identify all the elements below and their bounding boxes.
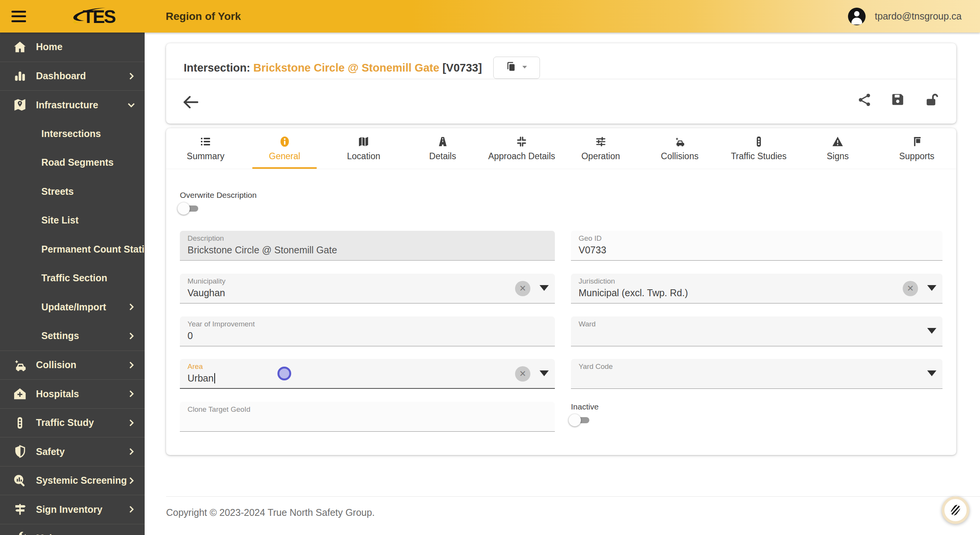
tab-approach-details[interactable]: Approach Details bbox=[482, 128, 561, 169]
dropdown-caret-icon[interactable] bbox=[540, 370, 549, 376]
car-crash-icon bbox=[673, 135, 686, 148]
copy-icon bbox=[505, 61, 517, 74]
chevron-right-icon bbox=[126, 504, 136, 514]
sidebar-item-infrastructure[interactable]: Infrastructure bbox=[0, 90, 145, 119]
sidebar-item-label: Intersections bbox=[41, 128, 101, 139]
jurisdiction-field[interactable]: Jurisdiction Municipal (excl. Twp. Rd.) … bbox=[571, 274, 942, 303]
tab-details[interactable]: Details bbox=[403, 128, 483, 169]
text-cursor bbox=[214, 373, 215, 383]
chevron-right-icon bbox=[126, 302, 136, 312]
info-icon bbox=[279, 135, 291, 148]
back-button[interactable] bbox=[181, 93, 200, 111]
copy-button[interactable] bbox=[493, 57, 540, 79]
sidebar-item-dashboard[interactable]: Dashboard bbox=[0, 62, 145, 91]
save-button[interactable] bbox=[890, 92, 906, 108]
sidebar-item-label: Systemic Screening bbox=[36, 475, 127, 486]
sidebar-item-systemic-screening[interactable]: Systemic Screening bbox=[0, 466, 145, 495]
tab-supports[interactable]: Supports bbox=[877, 128, 957, 169]
tab-signs[interactable]: Signs bbox=[798, 128, 877, 169]
map-pin-icon bbox=[12, 97, 28, 113]
sign-support-icon bbox=[911, 135, 923, 148]
dropdown-caret-icon[interactable] bbox=[927, 285, 936, 291]
tab-bar: Summary General Location bbox=[166, 128, 956, 169]
chevron-down-icon bbox=[126, 100, 136, 110]
sidebar-item-intersections[interactable]: Intersections bbox=[0, 119, 145, 148]
car-crash-icon bbox=[12, 357, 28, 373]
intersection-name: Brickstone Circle @ Stonemill Gate bbox=[253, 62, 439, 74]
tab-operation[interactable]: Operation bbox=[561, 128, 641, 169]
overwrite-description-toggle[interactable] bbox=[178, 202, 201, 215]
copyright-text: Copyright © 2023-2024 True North Safety … bbox=[166, 507, 375, 518]
sidebar-item-streets[interactable]: Streets bbox=[0, 177, 145, 206]
clear-icon[interactable]: ✕ bbox=[515, 366, 530, 382]
clone-target-geoid-field[interactable]: Clone Target GeoId bbox=[180, 402, 555, 432]
traffic-light-icon bbox=[12, 415, 28, 431]
sidebar-item-sign-inventory[interactable]: Sign Inventory bbox=[0, 495, 145, 524]
wrench-icon bbox=[12, 531, 28, 535]
user-avatar-icon[interactable] bbox=[848, 8, 866, 25]
sidebar-item-collision[interactable]: Collision bbox=[0, 351, 145, 380]
sidebar-item-site-list[interactable]: Site List bbox=[0, 206, 145, 235]
page-title: Region of York bbox=[166, 10, 241, 23]
clear-icon[interactable]: ✕ bbox=[515, 281, 530, 296]
sidebar-item-permanent-count-station[interactable]: Permanent Count Station bbox=[0, 235, 145, 264]
assistant-fab-button[interactable] bbox=[942, 496, 969, 524]
geo-id-field[interactable]: Geo ID V0733 bbox=[571, 231, 942, 261]
clear-icon[interactable]: ✕ bbox=[903, 281, 918, 296]
chevron-right-icon bbox=[126, 418, 136, 428]
area-field[interactable]: Area Urban ✕ bbox=[180, 359, 555, 389]
overwrite-description-label: Overwrite Description bbox=[180, 191, 257, 200]
tab-location[interactable]: Location bbox=[324, 128, 403, 169]
municipality-field[interactable]: Municipality Vaughan ✕ bbox=[180, 274, 555, 303]
chevron-right-icon bbox=[126, 476, 136, 486]
sidebar-item-home[interactable]: Home bbox=[0, 33, 145, 62]
list-icon bbox=[199, 135, 212, 148]
sidebar-item-traffic-section[interactable]: Traffic Section bbox=[0, 264, 145, 293]
chevron-right-icon bbox=[126, 71, 136, 81]
share-button[interactable] bbox=[857, 92, 872, 108]
footer-divider bbox=[166, 496, 980, 497]
inactive-toggle[interactable] bbox=[569, 414, 592, 427]
intersection-approaches-icon bbox=[515, 135, 528, 148]
sidebar-item-settings[interactable]: Settings bbox=[0, 321, 145, 351]
sidebar-item-label: Settings bbox=[41, 330, 79, 341]
hamburger-menu-icon[interactable] bbox=[11, 11, 26, 22]
tab-collisions[interactable]: Collisions bbox=[640, 128, 719, 169]
sidebar-item-label: Streets bbox=[41, 186, 74, 197]
sidebar-item-label: Road Segments bbox=[41, 157, 114, 168]
home-icon bbox=[12, 39, 28, 55]
main-content: Intersection: Brickstone Circle @ Stonem… bbox=[145, 33, 980, 535]
sidebar-item-label: Maintenance bbox=[36, 533, 94, 535]
sidebar-item-label: Update/Import bbox=[41, 302, 106, 313]
magnifier-chart-icon bbox=[12, 473, 28, 488]
signpost-icon bbox=[12, 502, 28, 517]
shield-icon bbox=[12, 444, 28, 459]
dropdown-caret-icon[interactable] bbox=[540, 285, 549, 291]
chevron-right-icon bbox=[126, 389, 136, 399]
intersection-title: Intersection: Brickstone Circle @ Stonem… bbox=[184, 62, 482, 74]
sidebar-item-safety[interactable]: Safety bbox=[0, 437, 145, 466]
sidebar-item-traffic-study[interactable]: Traffic Study bbox=[0, 408, 145, 437]
top-header: TES Region of York tpardo@tnsgroup.ca bbox=[0, 0, 980, 33]
hospital-icon bbox=[12, 386, 28, 401]
tab-general[interactable]: General bbox=[245, 128, 324, 169]
inactive-label: Inactive bbox=[571, 402, 598, 411]
sidebar-item-maintenance[interactable]: Maintenance bbox=[0, 524, 145, 535]
dropdown-caret-icon[interactable] bbox=[927, 370, 936, 376]
unlock-button[interactable] bbox=[924, 92, 939, 108]
description-field: Description Brickstone Circle @ Stonemil… bbox=[180, 231, 555, 261]
sidebar-item-road-segments[interactable]: Road Segments bbox=[0, 148, 145, 177]
user-email[interactable]: tpardo@tnsgroup.ca bbox=[875, 11, 962, 22]
sidebar-item-hospitals[interactable]: Hospitals bbox=[0, 379, 145, 408]
sidebar-item-update-import[interactable]: Update/Import bbox=[0, 293, 145, 322]
year-of-improvement-field[interactable]: Year of Improvement 0 bbox=[180, 316, 555, 346]
detail-card: Summary General Location bbox=[166, 128, 956, 455]
dropdown-caret-icon[interactable] bbox=[927, 328, 936, 334]
sidebar-item-label: Dashboard bbox=[36, 70, 86, 82]
intersection-id: [V0733] bbox=[442, 62, 482, 74]
yard-code-field[interactable]: Yard Code bbox=[571, 359, 942, 389]
tab-traffic-studies[interactable]: Traffic Studies bbox=[719, 128, 799, 169]
ward-field[interactable]: Ward bbox=[571, 316, 942, 346]
tab-summary[interactable]: Summary bbox=[166, 128, 245, 169]
chevron-right-icon bbox=[126, 447, 136, 457]
